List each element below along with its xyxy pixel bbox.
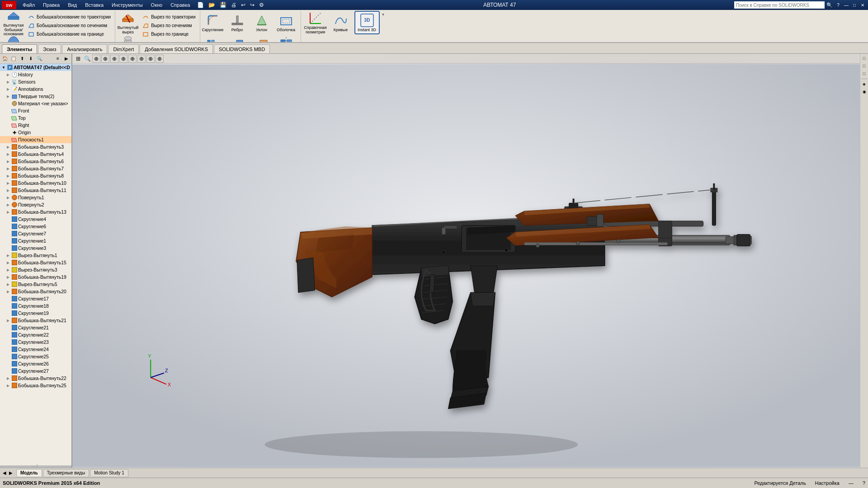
view-orient-icon[interactable]: ⊕ xyxy=(101,55,109,63)
tree-boss21[interactable]: ▶ Бобышка-Вытянуть21 xyxy=(0,317,71,324)
ft-home-icon[interactable]: 🏠 xyxy=(1,55,9,63)
bottom-tab-3dviews[interactable]: Трехмерные виды xyxy=(43,469,89,477)
tree-revolve1[interactable]: ▶ Повернуть1 xyxy=(0,194,71,201)
tree-annotations[interactable]: ▶ 📝 Annotations xyxy=(0,85,71,93)
draft-button[interactable]: Уклон xyxy=(250,11,274,34)
tree-fillet1[interactable]: ▶ Скругление1 xyxy=(0,237,71,244)
rs-view1-icon[interactable]: □ xyxy=(861,55,868,62)
tab-mbd[interactable]: SOLIDWORKS MBD xyxy=(214,44,270,53)
tree-sensors[interactable]: ▶ 📡 Sensors xyxy=(0,78,71,85)
tree-fillet27[interactable]: ▶ Скругление27 xyxy=(0,367,71,375)
hole-wizard-button[interactable]: Отверстие под крепеж xyxy=(116,35,140,42)
zoom-to-fit-icon[interactable]: ⊞ xyxy=(74,55,82,63)
tree-boss8[interactable]: ▶ Бобышка-Вытянуть8 xyxy=(0,172,71,179)
panel-resize-handle[interactable]: ··· xyxy=(0,465,71,468)
extrude-boss-button[interactable]: Вытянутая бобышка/основание xyxy=(2,11,25,34)
tree-history[interactable]: ▶ 🕐 History xyxy=(0,71,71,78)
bottom-tab-motion[interactable]: Motion Study 1 xyxy=(90,469,128,477)
redo-icon[interactable]: ↪ xyxy=(249,2,255,8)
viewport[interactable]: ⊞ 🔍 ⊕ ⊕ ⊕ ⊕ ⊕ ⊕ ⊕ ⊕ xyxy=(72,54,860,468)
menu-help[interactable]: Справка xyxy=(167,1,193,9)
undo-icon[interactable]: ↩ xyxy=(240,2,246,8)
bottom-tab-model[interactable]: Модель xyxy=(16,469,42,477)
ft-property-icon[interactable]: ⬆ xyxy=(18,55,26,63)
tree-revolve2[interactable]: ▶ Повернуть2 xyxy=(0,201,71,208)
mirror-button[interactable]: Зеркальное отражение xyxy=(274,35,298,42)
tree-fillet6[interactable]: ▶ Скругление6 xyxy=(0,223,71,230)
tree-root[interactable]: ▼ P АВТОМАТ47 (Default<<D xyxy=(0,64,71,71)
rs-view2-icon[interactable]: □ xyxy=(861,62,868,70)
tree-fillet22[interactable]: ▶ Скругление22 xyxy=(0,331,71,338)
save-icon[interactable]: 💾 xyxy=(219,2,227,8)
open-icon[interactable]: 📂 xyxy=(208,2,216,8)
tree-cut5[interactable]: ▶ Вырез-Вытянуть5 xyxy=(0,281,71,288)
view-settings-icon[interactable]: ⊕ xyxy=(156,55,164,63)
new-icon[interactable]: 📄 xyxy=(196,2,205,8)
zoom-icon[interactable]: 🔍 xyxy=(83,55,91,63)
settings-button[interactable]: Настройка xyxy=(815,480,840,486)
tree-boss20[interactable]: ▶ Бобышка-Вытянуть20 xyxy=(0,288,71,295)
ft-search-icon[interactable]: 🔍 xyxy=(35,55,43,63)
tree-cut3[interactable]: ▶ Вырез-Вытянуть3 xyxy=(0,266,71,273)
statusbar-help-button[interactable]: ? xyxy=(863,480,865,486)
tree-fillet25[interactable]: ▶ Скругление25 xyxy=(0,353,71,360)
tree-cut1[interactable]: ▶ Вырез-Вытянуть1 xyxy=(0,252,71,259)
revolve-boss-button[interactable]: Повернутая бобышка/основание xyxy=(2,35,25,42)
tree-boss7[interactable]: ▶ Бобышка-Вытянуть7 xyxy=(0,165,71,172)
section-view-icon[interactable]: ⊕ xyxy=(110,55,118,63)
tree-material[interactable]: ▶ Материал <не указан> xyxy=(0,100,71,107)
print-icon[interactable]: 🖨 xyxy=(230,2,237,8)
tree-fillet21[interactable]: ▶ Скругление21 xyxy=(0,324,71,331)
zoom-in-icon[interactable]: ⊕ xyxy=(92,55,100,63)
tree-plane1[interactable]: ▶ Плоскость1 xyxy=(0,136,71,143)
tree-fillet19[interactable]: ▶ Скругление19 xyxy=(0,310,71,317)
rs-display-icon[interactable]: ◈ xyxy=(861,80,868,88)
tree-fillet24[interactable]: ▶ Скругление24 xyxy=(0,346,71,353)
tree-boss10[interactable]: ▶ Бобышка-Вытянуть10 xyxy=(0,179,71,187)
move-button[interactable]: Перенос xyxy=(226,35,249,42)
reference-geometry-button[interactable]: Справочная геометрия xyxy=(304,11,327,34)
tab-analyze[interactable]: Анализировать xyxy=(62,44,107,53)
display-style-icon[interactable]: ⊕ xyxy=(119,55,127,63)
tab-addins[interactable]: Добавления SOLIDWORKS xyxy=(140,44,213,53)
maximize-button[interactable]: □ xyxy=(851,1,858,9)
help-button[interactable]: ? xyxy=(835,1,842,9)
hide-show-icon[interactable]: ⊕ xyxy=(128,55,137,63)
rib-button[interactable]: Ребро xyxy=(226,11,249,34)
tree-fillet26[interactable]: ▶ Скругление26 xyxy=(0,360,71,367)
tree-top-plane[interactable]: ▶ Top xyxy=(0,114,71,122)
boundary-boss-button[interactable]: Бобышка/основание на границе xyxy=(26,30,112,38)
menu-file[interactable]: Файл xyxy=(19,1,38,9)
close-button[interactable]: ✕ xyxy=(859,1,866,9)
tree-boss19[interactable]: ▶ Бобышка-Вытянуть19 xyxy=(0,273,71,281)
tree-fillet17[interactable]: ▶ Скругление17 xyxy=(0,295,71,302)
menu-insert[interactable]: Вставка xyxy=(81,1,107,9)
tree-fillet18[interactable]: ▶ Скругление18 xyxy=(0,302,71,310)
bottom-nav-prev[interactable]: ◀ xyxy=(2,470,7,475)
tree-boss15[interactable]: ▶ Бобышка-Вытянуть15 xyxy=(0,259,71,266)
tree-boss22[interactable]: ▶ Бобышка-Вытянуть22 xyxy=(0,375,71,382)
fillet-button[interactable]: Скругление xyxy=(201,11,225,34)
instant3d-button[interactable]: 3D Instant 3D xyxy=(354,11,380,34)
rs-appearance-icon[interactable]: ◉ xyxy=(861,88,868,95)
sweep-cut-button[interactable]: Вырез по траектории xyxy=(141,13,197,21)
menu-view[interactable]: Вид xyxy=(64,1,80,9)
tree-boss13[interactable]: ▶ Бобышка-Вытянуть13 xyxy=(0,208,71,216)
tree-fillet3[interactable]: ▶ Скругление3 xyxy=(0,244,71,252)
linear-pattern-button[interactable]: Линейный массив xyxy=(201,35,225,42)
tree-boss4[interactable]: ▶ Бобышка-Вытянуть4 xyxy=(0,150,71,158)
loft-boss-button[interactable]: Бобышка/основание по сечениям xyxy=(26,21,112,29)
extrude-cut-button[interactable]: Вытянутый вырез xyxy=(116,11,140,34)
shell-button[interactable]: Оболочка xyxy=(274,11,298,34)
edit-appearance-icon[interactable]: ⊕ xyxy=(137,55,146,63)
loft-cut-button[interactable]: Вырез по сечениям xyxy=(141,21,197,29)
bottom-nav-next[interactable]: ▶ xyxy=(8,470,14,475)
rebuild-icon[interactable]: ⚙ xyxy=(258,2,265,8)
search-icon[interactable]: 🔍 xyxy=(826,2,833,8)
boundary-cut-button[interactable]: Вырез по границе xyxy=(141,30,197,38)
tree-fillet4[interactable]: ▶ Скругление4 xyxy=(0,216,71,223)
tab-dimxpert[interactable]: DimXpert xyxy=(108,44,139,53)
ft-expand-icon[interactable]: ▶ xyxy=(62,55,71,63)
ft-feature-icon[interactable]: 📋 xyxy=(9,55,18,63)
minimize-button[interactable]: — xyxy=(843,1,850,9)
